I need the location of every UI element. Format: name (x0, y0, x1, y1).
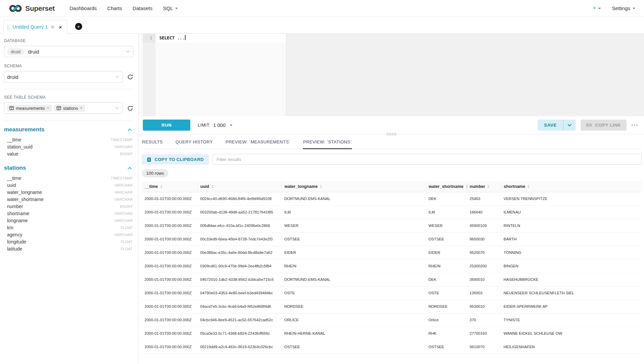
run-button[interactable]: RUN (143, 120, 190, 131)
table-name: stations (4, 165, 26, 171)
results-tab[interactable]: RESULTS (142, 134, 163, 149)
table-row: 2000-01-01T00:00:00.000Z 00e386ac-e35c-4… (142, 246, 642, 259)
table-schema-stations: stations __time TIMESTAMP (4, 165, 133, 252)
column-name: km (7, 225, 13, 230)
column-header-label: water_longname (285, 184, 318, 189)
column-header[interactable]: uuid (197, 181, 282, 192)
ellipsis-icon: ··· (632, 122, 639, 128)
sort-icon[interactable] (160, 185, 162, 188)
chevron-up-icon (128, 128, 132, 131)
column-header[interactable]: water_shortname (426, 181, 467, 192)
sort-icon[interactable] (527, 185, 529, 188)
sort-icon[interactable] (212, 185, 214, 188)
schema-select[interactable]: druid (4, 71, 123, 82)
cell-shortname: TÖNNING (501, 246, 642, 259)
cell-water-shortname: RHEIN (426, 259, 467, 273)
cell-water-shortname: OSTSEE (426, 232, 467, 246)
sort-icon[interactable] (487, 185, 489, 188)
table-row: 2000-01-01T00:00:00.000Z 04cbc946-8ee9-4… (142, 313, 642, 327)
schema-column-row: longname VARCHAR (4, 217, 133, 224)
cell-uuid: 005dfdae-efcc-410a-bf1c-24096e0c2866 (197, 219, 282, 232)
collapse-table-button[interactable] (127, 128, 132, 132)
cell-uuid: 04790e03-4353-4e80-beef-b3ed439484bc (197, 286, 282, 300)
new-item-menu[interactable]: + (592, 5, 601, 12)
limit-dropdown[interactable]: LIMIT: 1 000 (198, 123, 232, 128)
cell-time: 2000-01-01T00:00:00.000Z (142, 259, 197, 273)
chevron-down-icon (115, 76, 119, 78)
column-list: __time TIMESTAMP station_uuid VARCHAR va… (4, 136, 133, 157)
table-row: 2000-01-01T00:00:00.000Z 0024cc40-d690-4… (142, 192, 642, 205)
schema-column-row: station_uuid VARCHAR (4, 143, 133, 150)
cell-uuid: 04572010-1db2-4338-8562-b3dca5e715c5 (197, 273, 282, 286)
column-type: BIGINT (120, 204, 133, 208)
copy-link-button[interactable]: COPY LINK (581, 120, 626, 131)
nav-item-sql-menu[interactable]: SQL (163, 5, 178, 11)
save-options-button[interactable] (564, 120, 576, 131)
limit-value: 1 000 (213, 123, 225, 128)
sort-icon[interactable] (320, 185, 322, 188)
save-button[interactable]: SAVE (538, 120, 563, 131)
remove-chip-icon[interactable]: × (47, 106, 49, 110)
table-schema-select[interactable]: measurements × stations × (4, 102, 123, 114)
results-tab[interactable]: QUERY HISTORY (175, 134, 213, 149)
copy-to-clipboard-button[interactable]: COPY TO CLIPBOARD (142, 154, 209, 165)
add-tab-button[interactable]: + (75, 23, 82, 30)
nav-item[interactable]: Dashboards (69, 5, 97, 11)
collapse-table-button[interactable] (127, 166, 132, 170)
superset-home-link[interactable]: Superset (9, 4, 55, 12)
schema-column-row: water_shortname VARCHAR (4, 196, 133, 203)
column-header[interactable]: number (467, 181, 501, 192)
database-value: druid (28, 49, 39, 55)
column-name: longname (7, 218, 28, 223)
cell-uuid: 06219dd9-a2c4-463c-9619-623b3c026cbc (197, 340, 282, 354)
column-header[interactable]: water_longname (282, 181, 426, 192)
cell-number: 25463 (467, 192, 501, 205)
cell-water-longname: RHEIN (282, 259, 426, 273)
cell-uuid: 0309cd61-90c9-470e-99d4-2ee4fb2c5f84 (197, 259, 282, 273)
chevron-up-icon (128, 167, 132, 169)
results-tab[interactable]: PREVIEW: `STATIONS` (303, 134, 352, 149)
refresh-schemas-button[interactable] (127, 74, 133, 80)
table-icon (9, 106, 14, 110)
sql-main-pane: 1 SELECT ... RUN LIMIT: 1 000 SAVE (138, 34, 644, 364)
filter-results-input[interactable] (213, 154, 642, 165)
settings-menu[interactable]: Settings (612, 5, 635, 11)
query-tab-active[interactable]: Untitled Query 1 × (3, 20, 67, 34)
cell-number: 9610070 (467, 340, 501, 354)
brand-name: Superset (25, 4, 55, 12)
cell-shortname: ILMENAU (501, 205, 642, 219)
cell-water-longname: NORDSEE (282, 300, 426, 313)
editor-gutter: 1 (143, 34, 156, 116)
remove-chip-icon[interactable]: × (80, 106, 83, 110)
column-name: water_shortname (7, 197, 43, 202)
refresh-tables-button[interactable] (127, 105, 133, 111)
column-list: __time TIMESTAMP uuid VARCHAR water_long… (4, 174, 133, 252)
column-header[interactable]: __time (142, 181, 197, 192)
column-header[interactable]: shortname (501, 181, 642, 192)
sql-editor[interactable]: 1 SELECT ... (138, 34, 644, 116)
table-chip[interactable]: measurements × (7, 105, 52, 112)
column-type: VARCHAR (115, 211, 133, 216)
cell-number: 166640 (467, 205, 501, 219)
table-chip[interactable]: stations × (54, 105, 85, 112)
cell-shortname: HEILIGENHAFEN (501, 340, 642, 354)
refresh-icon (127, 105, 133, 111)
cell-number: 9530010 (467, 300, 501, 313)
cell-uuid: 00e386ac-e35c-4a6e-80dd-f8cd8a9e7a62 (197, 246, 282, 259)
pane-resize-handle[interactable] (386, 133, 396, 136)
cell-shortname: EIDER-SPERRWERK AP (501, 300, 642, 313)
drag-handle-icon[interactable] (7, 25, 9, 30)
database-select[interactable]: druid druid (4, 46, 133, 57)
nav-item[interactable]: Charts (107, 5, 122, 11)
close-icon[interactable]: × (59, 25, 62, 30)
cell-time: 2000-01-01T00:00:00.000Z (142, 232, 197, 246)
column-type: VARCHAR (115, 219, 133, 223)
column-type: VARCHAR (115, 190, 133, 194)
results-tab[interactable]: PREVIEW: `MEASUREMENTS` (225, 134, 291, 149)
schema-value: druid (7, 74, 18, 80)
column-type: FLOAT (121, 226, 133, 230)
cell-number: 126003 (467, 286, 501, 300)
nav-item[interactable]: Datasets (133, 5, 153, 11)
sort-icon[interactable] (466, 185, 468, 188)
more-actions-button[interactable]: ··· (632, 122, 639, 128)
